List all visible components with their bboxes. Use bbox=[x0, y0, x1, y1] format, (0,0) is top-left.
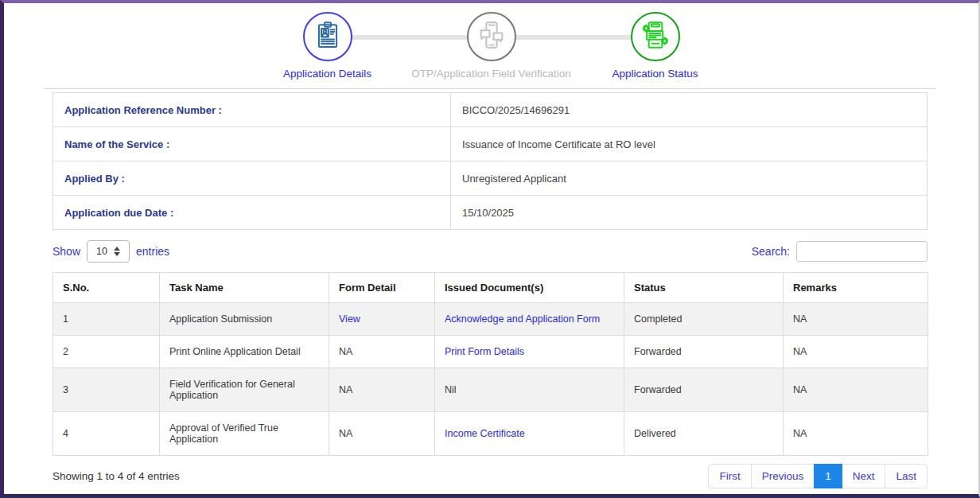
page-size-select[interactable]: 10 bbox=[87, 240, 130, 263]
application-details-table: Application Reference Number :BICCO/2025… bbox=[52, 92, 928, 230]
step-label: Application Details bbox=[283, 68, 371, 80]
page-size-value: 10 bbox=[96, 246, 107, 257]
details-row: Name of the Service :Issuance of Income … bbox=[53, 127, 928, 161]
column-header: Remarks bbox=[784, 273, 928, 303]
cell-issued-document-link[interactable]: Print Form Details bbox=[445, 346, 524, 357]
pagination: FirstPrevious1NextLast bbox=[708, 464, 928, 488]
step-circle bbox=[303, 12, 352, 61]
task-row: 3Field Verification for General Applicat… bbox=[53, 368, 928, 412]
task-row: 1Application SubmissionViewAcknowledge a… bbox=[53, 303, 928, 336]
details-label: Applied By : bbox=[53, 161, 451, 196]
progress-stepper: Application Details OTP/Application Fiel… bbox=[4, 12, 978, 84]
cell-status: Delivered bbox=[624, 412, 784, 456]
column-header: Task Name bbox=[160, 273, 329, 303]
column-header: Status bbox=[624, 273, 784, 303]
page-button-previous[interactable]: Previous bbox=[751, 464, 815, 488]
cell-remarks: NA bbox=[784, 368, 928, 412]
phone-chat-icon bbox=[476, 19, 508, 54]
page-button-first[interactable]: First bbox=[708, 464, 751, 488]
cell-task-name: Print Online Application Detail bbox=[160, 336, 329, 368]
task-row: 2Print Online Application DetailNAPrint … bbox=[53, 336, 928, 368]
cell-issued-document-link[interactable]: Acknowledge and Application Form bbox=[445, 313, 600, 325]
cell-form-detail-link[interactable]: View bbox=[339, 313, 360, 325]
details-label: Application due Date : bbox=[53, 196, 451, 230]
divider bbox=[44, 88, 936, 89]
details-row: Applied By :Unregistered Applicant bbox=[53, 161, 928, 196]
table-footer: Showing 1 to 4 of 4 entries FirstPreviou… bbox=[52, 464, 928, 488]
task-table-header-row: S.No.Task NameForm DetailIssued Document… bbox=[53, 273, 928, 303]
cell-issued-document: Acknowledge and Application Form bbox=[435, 303, 624, 336]
step-circle bbox=[631, 12, 680, 61]
task-status-table: S.No.Task NameForm DetailIssued Document… bbox=[52, 272, 928, 456]
search-group: Search: bbox=[752, 241, 928, 262]
cell-form-detail: NA bbox=[329, 412, 435, 456]
page: Application Details OTP/Application Fiel… bbox=[4, 12, 978, 488]
cell-form-detail: NA bbox=[329, 336, 435, 368]
show-entries-group: Show 10 entries bbox=[52, 240, 169, 263]
details-value: 15/10/2025 bbox=[451, 196, 928, 230]
cell-form-detail: View bbox=[329, 303, 435, 336]
step-label: OTP/Application Field Verification bbox=[411, 68, 570, 80]
details-row: Application Reference Number :BICCO/2025… bbox=[53, 93, 928, 127]
step-label: Application Status bbox=[612, 68, 698, 80]
task-table-body: 1Application SubmissionViewAcknowledge a… bbox=[53, 303, 928, 456]
cell-remarks: NA bbox=[784, 412, 928, 456]
cell-status: Completed bbox=[624, 303, 784, 336]
cell-status: Forwarded bbox=[624, 336, 784, 368]
table-controls: Show 10 entries Search: bbox=[52, 240, 928, 263]
page-button-last[interactable]: Last bbox=[885, 464, 928, 488]
cell-issued-document: Print Form Details bbox=[435, 336, 624, 368]
details-value: Unregistered Applicant bbox=[451, 161, 928, 196]
step-circle bbox=[467, 12, 516, 61]
cell-task-name: Field Verification for General Applicati… bbox=[160, 368, 329, 412]
step-otp-field-verification: OTP/Application Field Verification bbox=[410, 12, 574, 80]
cell-status: Forwarded bbox=[624, 368, 784, 412]
column-header: Form Detail bbox=[329, 273, 435, 303]
select-updown-icon bbox=[114, 247, 120, 256]
search-label: Search: bbox=[752, 245, 790, 258]
cell-task-name: Application Submission bbox=[160, 303, 329, 336]
page-button-1[interactable]: 1 bbox=[814, 464, 842, 488]
cell-sno: 3 bbox=[53, 368, 160, 412]
cell-sno: 4 bbox=[53, 412, 160, 456]
details-label: Name of the Service : bbox=[53, 127, 451, 161]
cell-sno: 2 bbox=[53, 336, 160, 368]
column-header: S.No. bbox=[53, 273, 160, 303]
cell-issued-document-link[interactable]: Income Certificate bbox=[445, 428, 525, 439]
cell-issued-document: Income Certificate bbox=[435, 412, 624, 456]
details-value: Issuance of Income Certificate at RO lev… bbox=[451, 127, 928, 161]
details-label: Application Reference Number : bbox=[53, 93, 451, 127]
entries-label: entries bbox=[136, 245, 169, 258]
task-row: 4Approval of Verified True ApplicationNA… bbox=[53, 412, 928, 456]
page-button-next[interactable]: Next bbox=[842, 464, 886, 488]
cell-remarks: NA bbox=[784, 303, 928, 336]
details-row: Application due Date :15/10/2025 bbox=[53, 196, 928, 230]
step-application-details: Application Details bbox=[246, 12, 410, 80]
cell-remarks: NA bbox=[784, 336, 928, 368]
step-application-status: Application Status bbox=[574, 12, 737, 80]
cell-issued-document: Nil bbox=[435, 368, 624, 412]
clipboard-id-icon bbox=[313, 20, 343, 53]
details-value: BICCO/2025/14696291 bbox=[451, 93, 928, 127]
search-input[interactable] bbox=[796, 241, 928, 262]
cell-sno: 1 bbox=[53, 303, 160, 336]
cell-task-name: Approval of Verified True Application bbox=[160, 412, 329, 456]
column-header: Issued Document(s) bbox=[435, 273, 624, 303]
show-label: Show bbox=[52, 245, 80, 258]
details-table-body: Application Reference Number :BICCO/2025… bbox=[53, 93, 928, 230]
phone-status-icon bbox=[640, 19, 671, 54]
cell-form-detail: NA bbox=[329, 368, 435, 412]
showing-entries-text: Showing 1 to 4 of 4 entries bbox=[52, 470, 180, 482]
